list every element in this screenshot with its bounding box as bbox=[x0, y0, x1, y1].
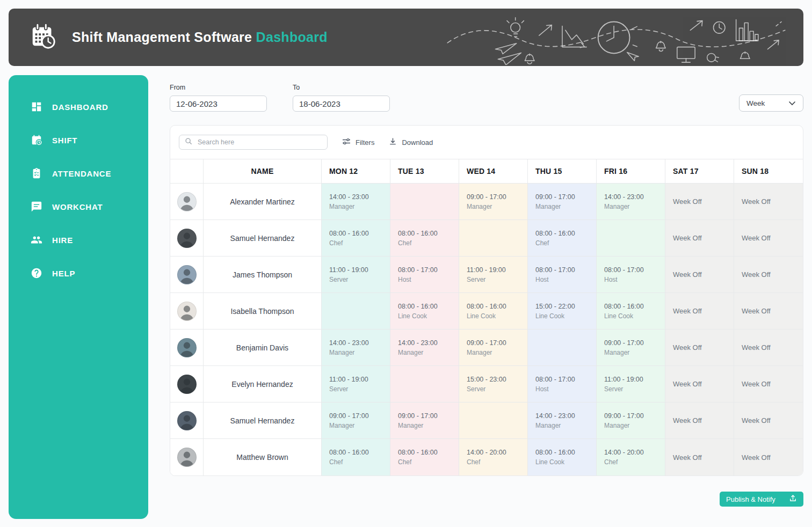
week-off-cell[interactable]: Week Off bbox=[665, 366, 734, 402]
shift-cell[interactable]: 08:00 - 16:00Chef bbox=[390, 439, 459, 475]
shift-time: 08:00 - 16:00 bbox=[535, 230, 596, 237]
shift-role: Server bbox=[604, 385, 665, 393]
shift-cell[interactable]: 11:00 - 19:00Server bbox=[597, 366, 665, 402]
empty-shift-cell[interactable] bbox=[459, 220, 528, 257]
main-content: From To Week bbox=[148, 75, 803, 519]
sidebar-item-dashboard[interactable]: DASHBOARD bbox=[9, 99, 148, 115]
shift-cell[interactable]: 14:00 - 20:00Chef bbox=[597, 439, 665, 475]
download-button[interactable]: Download bbox=[389, 137, 433, 147]
empty-shift-cell[interactable] bbox=[528, 330, 597, 366]
shift-cell[interactable]: 08:00 - 16:00Line Cook bbox=[597, 293, 665, 330]
shift-role: Chef bbox=[535, 239, 596, 247]
shift-cell[interactable]: 08:00 - 16:00Chef bbox=[390, 220, 459, 257]
week-off-cell[interactable]: Week Off bbox=[734, 184, 803, 220]
shift-cell[interactable]: 08:00 - 17:00Host bbox=[390, 257, 459, 293]
employee-name: James Thompson bbox=[233, 270, 292, 279]
shift-cell[interactable]: 09:00 - 17:00Manager bbox=[459, 184, 528, 220]
shift-cell[interactable]: 08:00 - 16:00Line Cook bbox=[528, 439, 597, 475]
shift-cell[interactable]: 14:00 - 23:00Manager bbox=[597, 184, 665, 220]
period-select[interactable]: Week bbox=[739, 94, 803, 112]
filters-button[interactable]: Filters bbox=[342, 138, 374, 147]
week-off-cell[interactable]: Week Off bbox=[734, 257, 803, 293]
day-column-header: THU 15 bbox=[528, 159, 597, 184]
shift-cell[interactable]: 09:00 - 17:00Manager bbox=[528, 184, 597, 220]
shift-cell[interactable]: 09:00 - 17:00Manager bbox=[390, 402, 459, 439]
shift-role: Manager bbox=[329, 203, 390, 210]
empty-shift-cell[interactable] bbox=[390, 184, 459, 220]
shift-cell[interactable]: 08:00 - 16:00Chef bbox=[322, 439, 390, 475]
to-date-input[interactable] bbox=[293, 96, 390, 112]
shift-cell[interactable]: 09:00 - 17:00Manager bbox=[322, 402, 390, 439]
avatar-column-header bbox=[170, 159, 204, 184]
empty-shift-cell[interactable] bbox=[322, 293, 390, 330]
chevron-down-icon bbox=[788, 99, 796, 107]
empty-shift-cell[interactable] bbox=[597, 220, 665, 257]
shift-role: Manager bbox=[329, 349, 390, 356]
empty-shift-cell[interactable] bbox=[390, 366, 459, 402]
filters-label: Filters bbox=[356, 138, 374, 147]
sidebar-item-workchat[interactable]: WORKCHAT bbox=[9, 199, 148, 215]
sidebar-item-help[interactable]: HELP bbox=[9, 265, 148, 281]
search-icon bbox=[185, 137, 192, 147]
shift-cell[interactable]: 14:00 - 20:00Chef bbox=[459, 439, 528, 475]
week-off-cell[interactable]: Week Off bbox=[734, 439, 803, 475]
week-off-cell[interactable]: Week Off bbox=[734, 366, 803, 402]
employee-name: Benjamin Davis bbox=[236, 343, 288, 352]
sidebar-item-shift[interactable]: SHIFT bbox=[9, 132, 148, 148]
week-off-cell[interactable]: Week Off bbox=[734, 293, 803, 330]
shift-time: 08:00 - 17:00 bbox=[604, 266, 665, 274]
shift-cell[interactable]: 14:00 - 23:00Manager bbox=[322, 184, 390, 220]
shift-cell[interactable]: 08:00 - 16:00Line Cook bbox=[390, 293, 459, 330]
week-off-cell[interactable]: Week Off bbox=[665, 402, 734, 439]
sidebar-item-hire[interactable]: HIRE bbox=[9, 232, 148, 248]
shift-cell[interactable]: 14:00 - 23:00Manager bbox=[390, 330, 459, 366]
shift-cell[interactable]: 11:00 - 19:00Server bbox=[322, 366, 390, 402]
employee-avatar-cell bbox=[170, 330, 204, 366]
week-off-cell[interactable]: Week Off bbox=[665, 184, 734, 220]
shift-time: 08:00 - 16:00 bbox=[398, 303, 459, 310]
publish-notify-button[interactable]: Publish & Notify bbox=[720, 492, 803, 507]
shift-cell[interactable]: 08:00 - 16:00Line Cook bbox=[459, 293, 528, 330]
shift-time: 15:00 - 22:00 bbox=[535, 303, 596, 310]
week-off-cell[interactable]: Week Off bbox=[734, 220, 803, 257]
week-off-cell[interactable]: Week Off bbox=[665, 257, 734, 293]
shift-cell[interactable]: 08:00 - 17:00Host bbox=[528, 257, 597, 293]
schedule-card: Filters Download NAMEMON 12TUE 13WED 14T… bbox=[170, 125, 803, 476]
shift-cell[interactable]: 15:00 - 22:00Line Cook bbox=[528, 293, 597, 330]
employee-name: Matthew Brown bbox=[236, 453, 288, 462]
week-off-cell[interactable]: Week Off bbox=[665, 439, 734, 475]
shift-cell[interactable]: 08:00 - 17:00Host bbox=[597, 257, 665, 293]
shift-cell[interactable]: 08:00 - 16:00Chef bbox=[322, 220, 390, 257]
shift-role: Manager bbox=[329, 422, 390, 429]
shift-cell[interactable]: 09:00 - 17:00Manager bbox=[459, 330, 528, 366]
week-off-cell[interactable]: Week Off bbox=[665, 330, 734, 366]
shift-cell[interactable]: 15:00 - 23:00Server bbox=[459, 366, 528, 402]
to-label: To bbox=[293, 84, 390, 91]
week-off-cell[interactable]: Week Off bbox=[665, 220, 734, 257]
shift-cell[interactable]: 11:00 - 19:00Server bbox=[459, 257, 528, 293]
shift-cell[interactable]: 09:00 - 17:00Manager bbox=[597, 402, 665, 439]
from-date-input[interactable] bbox=[170, 96, 267, 112]
employee-name-cell: Isabella Thompson bbox=[204, 293, 322, 330]
week-off-cell[interactable]: Week Off bbox=[734, 402, 803, 439]
avatar bbox=[177, 448, 197, 467]
shift-role: Server bbox=[329, 385, 390, 393]
shift-cell[interactable]: 09:00 - 17:00Manager bbox=[597, 330, 665, 366]
avatar bbox=[177, 265, 197, 284]
sidebar-item-attendance[interactable]: ATTENDANCE bbox=[9, 165, 148, 181]
shift-cell[interactable]: 08:00 - 17:00Host bbox=[528, 366, 597, 402]
shift-cell[interactable]: 14:00 - 23:00Manager bbox=[322, 330, 390, 366]
shift-cell[interactable]: 08:00 - 16:00Chef bbox=[528, 220, 597, 257]
week-off-label: Week Off bbox=[673, 234, 702, 242]
shift-role: Manager bbox=[398, 349, 459, 356]
workchat-bubble-icon bbox=[30, 200, 43, 213]
shift-time: 14:00 - 23:00 bbox=[535, 412, 596, 420]
shift-cell[interactable]: 11:00 - 19:00Server bbox=[322, 257, 390, 293]
shift-time: 08:00 - 16:00 bbox=[604, 303, 665, 310]
week-off-cell[interactable]: Week Off bbox=[665, 293, 734, 330]
search-input[interactable] bbox=[197, 138, 322, 147]
shift-role: Line Cook bbox=[467, 312, 527, 320]
empty-shift-cell[interactable] bbox=[459, 402, 528, 439]
week-off-cell[interactable]: Week Off bbox=[734, 330, 803, 366]
shift-cell[interactable]: 14:00 - 23:00Manager bbox=[528, 402, 597, 439]
